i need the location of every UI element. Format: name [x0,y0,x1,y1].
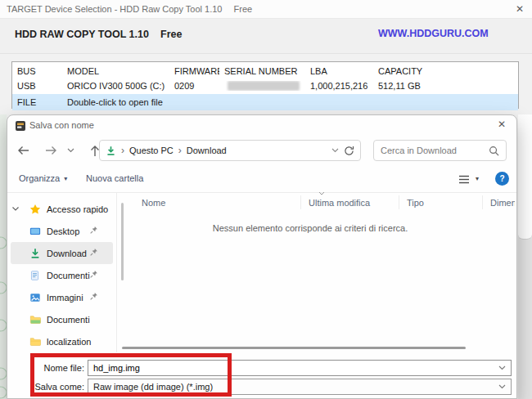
desktop-icon [29,226,41,237]
new-folder-button[interactable]: Nuova cartella [86,173,143,183]
star-icon [29,204,41,215]
col-firmware: FIRMWARE [169,66,219,76]
main-window-title-badge: Free [234,4,253,14]
column-nome[interactable]: Nome [142,198,165,208]
search-box [373,140,507,161]
pin-icon[interactable] [89,248,98,257]
sort-chevron-icon [318,192,325,195]
filename-label: Nome file: [7,363,84,373]
filetype-value: Raw image (dd image) (*.img) [88,382,213,392]
table-row-file-target[interactable]: FILE Double-click to open file [12,94,518,110]
document-icon [29,270,41,281]
organize-button[interactable]: Organizza ▾ [19,173,67,183]
pin-icon[interactable] [89,226,98,235]
filetype-label: Salva come: [7,382,84,392]
navigation-bar: › Questo PC › Download [7,137,516,164]
app-title: HDD RAW COPY TOOL 1.10 [15,29,149,40]
breadcrumb-questo-pc[interactable]: Questo PC [129,146,174,155]
folder-icon [29,314,41,325]
image-icon [29,292,41,303]
breadcrumb-download[interactable]: Download [187,146,227,155]
folder-icon [29,336,41,347]
app-header: HDD RAW COPY TOOL 1.10 Free WWW.HDDGURU.… [0,19,532,54]
background-right-strip [518,114,532,399]
website-link[interactable]: WWW.HDDGURU.COM [378,28,489,39]
filetype-select[interactable]: Raw image (dd image) (*.img) [88,379,512,395]
filename-field-wrap [88,360,512,376]
app-icon [16,121,25,131]
download-icon [29,248,41,259]
back-icon[interactable] [14,141,32,159]
view-list-icon[interactable] [459,175,469,184]
column-ultima-modifica[interactable]: Ultima modifica [309,198,370,208]
navigation-pane: Accesso rapido Desktop Download [7,192,116,352]
search-input[interactable] [381,146,489,155]
download-folder-icon [106,146,116,156]
table-row-usb-device[interactable]: USB ORICO IV300 500G (C:) 0209 1,000,215… [12,78,518,94]
breadcrumb-separator: › [121,145,124,156]
col-model: MODEL [62,66,169,76]
expand-chevron-icon[interactable] [12,207,24,211]
dialog-title: Salva con nome [29,120,94,130]
sidebar-item-documenti-folder[interactable]: Documenti [11,308,113,330]
file-list: Nome Ultima modifica Tipo Dimensio Nessu… [122,192,515,349]
filename-input[interactable] [88,363,498,373]
address-dropdown-icon[interactable] [331,148,339,153]
filename-dropdown-icon[interactable] [498,365,506,370]
recent-locations-icon[interactable] [65,141,76,159]
organize-caret-icon: ▾ [64,175,67,182]
col-bus: BUS [12,66,62,76]
empty-folder-message: Nessun elemento corrisponde ai criteri d… [122,223,498,233]
main-window-title: TARGET Device Selection - HDD Raw Copy T… [7,4,223,14]
file-list-header: Nome Ultima modifica Tipo Dimensio [122,192,515,212]
file-list-horizontal-scrollbar[interactable] [122,347,466,349]
sidebar-item-quick-access[interactable]: Accesso rapido [11,198,113,220]
help-icon[interactable]: ? [495,172,509,186]
app-title-badge: Free [160,29,182,40]
screen: TARGET Device Selection - HDD Raw Copy T… [0,0,532,399]
device-table: BUS MODEL FIRMWARE SERIAL NUMBER LBA CAP… [11,61,519,109]
column-tipo[interactable]: Tipo [407,198,424,208]
forward-icon[interactable] [42,141,60,159]
main-titlebar: TARGET Device Selection - HDD Raw Copy T… [0,0,532,19]
address-bar[interactable]: › Questo PC › Download [99,140,361,161]
sidebar-item-immagini[interactable]: Immagini [11,286,113,308]
filetype-dropdown-icon[interactable] [498,384,506,389]
redacted-serial [228,81,300,91]
sidebar-item-desktop[interactable]: Desktop [11,220,113,242]
refresh-icon[interactable] [344,146,354,156]
col-capacity: CAPACITY [373,66,518,76]
sidebar-item-documenti[interactable]: Documenti [11,264,113,286]
dialog-close-icon[interactable]: ✕ [498,119,506,130]
search-icon[interactable] [489,146,499,156]
sidebar-item-localization[interactable]: localization [11,330,113,352]
pin-icon[interactable] [89,270,98,279]
main-close-icon[interactable]: ✕ [516,3,524,15]
column-dimensione[interactable]: Dimensio [490,198,515,208]
background-left-strip [0,114,7,399]
background-icons [0,114,7,399]
sidebar-item-download[interactable]: Download [11,242,113,264]
breadcrumb-separator: › [178,145,182,156]
dialog-titlebar: Salva con nome ✕ [7,115,516,137]
col-serial: SERIAL NUMBER [219,66,305,76]
view-options-caret-icon[interactable]: ▾ [476,175,479,182]
device-table-header: BUS MODEL FIRMWARE SERIAL NUMBER LBA CAP… [12,62,518,78]
pane-divider [116,192,117,352]
dialog-toolbar: Organizza ▾ Nuova cartella ▾ ? [7,167,516,193]
pin-icon[interactable] [89,292,98,301]
background-window-edge [518,114,532,240]
save-as-dialog: Salva con nome ✕ › Questo PC › [7,114,517,399]
col-lba: LBA [305,66,373,76]
